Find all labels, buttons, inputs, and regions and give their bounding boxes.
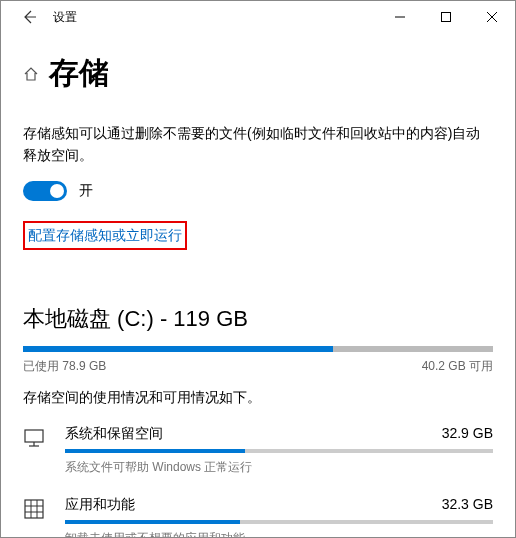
monitor-icon [23,425,47,449]
category-bar-fill [65,449,245,453]
disk-usage-labels: 已使用 78.9 GB 40.2 GB 可用 [23,358,493,375]
category-size: 32.3 GB [442,496,493,514]
category-row[interactable]: 系统和保留空间32.9 GB系统文件可帮助 Windows 正常运行 [23,425,493,476]
configure-storage-sense-link[interactable]: 配置存储感知或立即运行 [28,227,182,243]
category-detail: 卸载未使用或不想要的应用和功能 [65,530,493,538]
category-bar [65,520,493,524]
disk-usage-bar-fill [23,346,333,352]
category-bar [65,449,493,453]
svg-rect-7 [25,500,43,518]
content-area: 存储 存储感知可以通过删除不需要的文件(例如临时文件和回收站中的内容)自动释放空… [1,33,515,538]
disk-title: 本地磁盘 (C:) - 119 GB [23,304,493,334]
window-title: 设置 [53,9,77,26]
maximize-icon [441,12,451,22]
home-icon[interactable] [23,66,39,82]
page-title: 存储 [49,53,109,94]
close-icon [487,12,497,22]
disk-used-label: 已使用 78.9 GB [23,358,106,375]
category-detail: 系统文件可帮助 Windows 正常运行 [65,459,493,476]
svg-rect-4 [25,430,43,442]
category-body: 应用和功能32.3 GB卸载未使用或不想要的应用和功能 [65,496,493,538]
minimize-icon [395,12,405,22]
title-bar: 设置 [1,1,515,33]
category-row[interactable]: 应用和功能32.3 GB卸载未使用或不想要的应用和功能 [23,496,493,538]
disk-subdescription: 存储空间的使用情况和可用情况如下。 [23,389,493,407]
maximize-button[interactable] [423,1,469,33]
category-bar-fill [65,520,240,524]
storage-sense-description: 存储感知可以通过删除不需要的文件(例如临时文件和回收站中的内容)自动释放空间。 [23,122,493,167]
close-button[interactable] [469,1,515,33]
minimize-button[interactable] [377,1,423,33]
configure-link-highlight: 配置存储感知或立即运行 [23,221,187,250]
grid-icon [23,496,47,520]
page-header: 存储 [23,53,493,94]
category-size: 32.9 GB [442,425,493,443]
back-arrow-icon [21,9,37,25]
storage-sense-toggle-row: 开 [23,181,493,201]
back-button[interactable] [9,1,49,33]
category-body: 系统和保留空间32.9 GB系统文件可帮助 Windows 正常运行 [65,425,493,476]
disk-usage-bar [23,346,493,352]
window-controls [377,1,515,33]
disk-free-label: 40.2 GB 可用 [422,358,493,375]
category-name: 系统和保留空间 [65,425,163,443]
svg-rect-1 [442,13,451,22]
toggle-state-label: 开 [79,182,93,200]
category-name: 应用和功能 [65,496,135,514]
storage-sense-toggle[interactable] [23,181,67,201]
